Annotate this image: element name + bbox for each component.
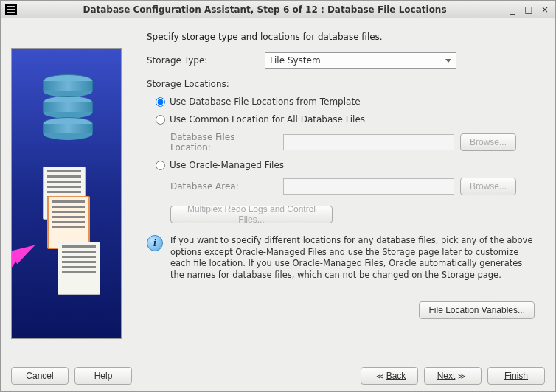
help-button[interactable]: Help: [74, 367, 132, 385]
radio-use-template[interactable]: Use Database File Locations from Templat…: [156, 97, 545, 107]
page-heading: Specify storage type and locations for d…: [147, 32, 545, 42]
radio-use-template-input[interactable]: [156, 97, 165, 107]
db-files-location-label: Database Files Location:: [170, 132, 277, 153]
minimize-button[interactable]: _: [507, 4, 518, 15]
window-title: Database Configuration Assistant, Step 6…: [23, 4, 507, 15]
radio-use-omf[interactable]: Use Oracle-Managed Files: [156, 160, 545, 170]
info-text: If you want to specify different locatio…: [170, 235, 536, 281]
db-area-input: [283, 178, 454, 195]
storage-type-value: File System: [270, 55, 321, 66]
next-button[interactable]: Next≫: [424, 367, 482, 385]
cancel-button[interactable]: Cancel: [11, 367, 69, 385]
radio-use-common-input[interactable]: [156, 115, 165, 125]
db-files-location-input: [283, 134, 454, 150]
storage-locations-label: Storage Locations:: [147, 79, 545, 89]
database-cylinder-icon: [43, 74, 94, 148]
maximize-button[interactable]: □: [523, 4, 535, 15]
browse-omf-button[interactable]: Browse...: [460, 178, 516, 195]
storage-type-row: Storage Type: File System: [147, 52, 545, 69]
chevron-left-icon: ≪: [376, 372, 383, 380]
info-icon: i: [147, 235, 163, 251]
file-location-variables-button[interactable]: File Location Variables...: [419, 301, 535, 319]
app-icon: [5, 4, 17, 15]
storage-type-label: Storage Type:: [147, 55, 265, 66]
window-controls: _ □ ×: [507, 4, 551, 15]
info-block: i If you want to specify different locat…: [147, 235, 536, 281]
finish-button[interactable]: Finish: [487, 367, 545, 385]
back-button[interactable]: ≪Back: [361, 367, 418, 385]
storage-type-dropdown[interactable]: File System: [265, 52, 456, 69]
wizard-sidebar-image: [11, 48, 122, 339]
separator: [8, 357, 548, 357]
chevron-down-icon: [445, 59, 451, 63]
content: Specify storage type and locations for d…: [1, 18, 555, 354]
common-location-row: Database Files Location: Browse...: [170, 132, 545, 153]
radio-use-omf-label: Use Oracle-Managed Files: [170, 160, 284, 170]
window: Database Configuration Assistant, Step 6…: [0, 0, 556, 392]
arrow-icon: [11, 239, 39, 264]
main-panel: Specify storage type and locations for d…: [129, 27, 545, 349]
footer: Cancel Help ≪Back Next≫ Finish: [1, 360, 555, 391]
radio-use-common[interactable]: Use Common Location for All Database Fil…: [156, 114, 545, 125]
titlebar: Database Configuration Assistant, Step 6…: [1, 1, 555, 18]
chevron-right-icon: ≫: [458, 372, 465, 380]
radio-use-template-label: Use Database File Locations from Templat…: [170, 97, 361, 107]
close-button[interactable]: ×: [539, 4, 551, 15]
omf-area-row: Database Area: Browse...: [170, 178, 545, 195]
multiplex-button[interactable]: Multiplex Redo Logs and Control Files...: [170, 206, 333, 223]
db-area-label: Database Area:: [170, 181, 277, 192]
radio-use-common-label: Use Common Location for All Database Fil…: [170, 114, 365, 125]
radio-use-omf-input[interactable]: [156, 161, 165, 170]
document-icon: [58, 242, 100, 295]
browse-common-button[interactable]: Browse...: [460, 133, 516, 151]
